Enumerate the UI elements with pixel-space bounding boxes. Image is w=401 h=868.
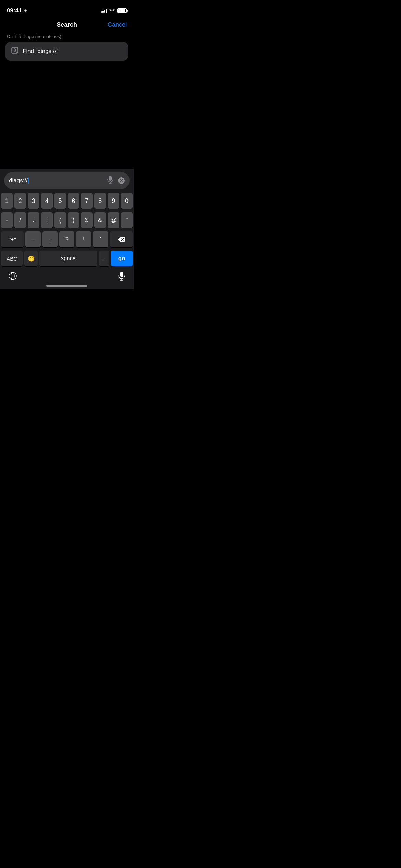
key-0[interactable]: 0 xyxy=(121,193,133,209)
svg-rect-3 xyxy=(109,176,112,181)
signal-strength-icon xyxy=(101,9,107,13)
key-slash[interactable]: / xyxy=(14,212,26,228)
key-open-paren[interactable]: ( xyxy=(54,212,66,228)
find-on-page-icon xyxy=(11,47,19,56)
search-input-field[interactable]: diags:// ✕ xyxy=(4,172,130,189)
find-row-text: Find “diags://” xyxy=(23,48,58,55)
home-indicator xyxy=(0,285,134,289)
key-emoji[interactable]: 🙂 xyxy=(24,251,37,266)
key-6[interactable]: 6 xyxy=(68,193,80,209)
key-4[interactable]: 4 xyxy=(41,193,53,209)
key-abc[interactable]: ABC xyxy=(1,251,23,266)
wifi-icon xyxy=(109,8,115,13)
key-period-bottom[interactable]: . xyxy=(99,251,109,266)
key-1[interactable]: 1 xyxy=(1,193,13,209)
key-9[interactable]: 9 xyxy=(108,193,119,209)
find-on-page-row[interactable]: Find “diags://” xyxy=(5,42,128,61)
keyboard-row-numbers: 1 2 3 4 5 6 7 8 9 0 xyxy=(1,193,133,209)
key-5[interactable]: 5 xyxy=(54,193,66,209)
key-go[interactable]: go xyxy=(111,251,133,266)
key-comma[interactable]: , xyxy=(42,231,58,247)
status-icons xyxy=(101,8,127,13)
globe-icon[interactable] xyxy=(8,272,17,282)
svg-rect-13 xyxy=(120,272,123,277)
key-delete[interactable] xyxy=(110,231,133,247)
key-at[interactable]: @ xyxy=(108,212,119,228)
status-bar: 09:41 ✈︎ xyxy=(0,0,134,16)
key-space[interactable]: space xyxy=(39,251,97,266)
key-question[interactable]: ? xyxy=(59,231,74,247)
keyboard-accessories-bar xyxy=(0,270,134,285)
page-title: Search xyxy=(57,21,77,28)
key-quote[interactable]: " xyxy=(121,212,133,228)
key-8[interactable]: 8 xyxy=(94,193,106,209)
key-colon[interactable]: : xyxy=(28,212,39,228)
key-minus[interactable]: - xyxy=(1,212,13,228)
time-display: 09:41 xyxy=(7,7,22,14)
on-this-page-label: On This Page (no matches) xyxy=(0,34,134,42)
key-hash-toggle[interactable]: #+= xyxy=(1,231,24,247)
search-header: Search Cancel xyxy=(0,16,134,34)
clear-input-button[interactable]: ✕ xyxy=(118,177,125,184)
home-bar xyxy=(46,285,87,287)
key-ampersand[interactable]: & xyxy=(94,212,106,228)
keyboard-row-symbols: - / : ; ( ) $ & @ " xyxy=(1,212,133,228)
microphone-button[interactable] xyxy=(106,176,115,185)
status-time: 09:41 ✈︎ xyxy=(7,7,27,14)
keyboard-container: diags:// ✕ 1 2 3 4 5 6 7 8 9 xyxy=(0,169,134,289)
keyboard-row-misc: #+= . , ? ! ' xyxy=(1,231,133,247)
search-input-bar: diags:// ✕ xyxy=(0,169,134,192)
cancel-button[interactable]: Cancel xyxy=(108,21,127,28)
key-7[interactable]: 7 xyxy=(81,193,93,209)
key-2[interactable]: 2 xyxy=(14,193,26,209)
key-dollar[interactable]: $ xyxy=(81,212,93,228)
battery-icon xyxy=(117,8,127,13)
search-input-value: diags:// xyxy=(9,177,103,184)
key-exclamation[interactable]: ! xyxy=(76,231,91,247)
key-apostrophe[interactable]: ' xyxy=(93,231,108,247)
key-semicolon[interactable]: ; xyxy=(41,212,53,228)
key-close-paren[interactable]: ) xyxy=(68,212,80,228)
key-period[interactable]: . xyxy=(25,231,40,247)
key-3[interactable]: 3 xyxy=(28,193,39,209)
keyboard: 1 2 3 4 5 6 7 8 9 0 - / : ; ( ) $ & @ " … xyxy=(0,192,134,266)
location-icon: ✈︎ xyxy=(23,8,27,13)
svg-line-2 xyxy=(15,51,17,52)
keyboard-row-bottom: ABC 🙂 space . go xyxy=(1,251,133,266)
microphone-bottom-icon[interactable] xyxy=(118,271,125,283)
